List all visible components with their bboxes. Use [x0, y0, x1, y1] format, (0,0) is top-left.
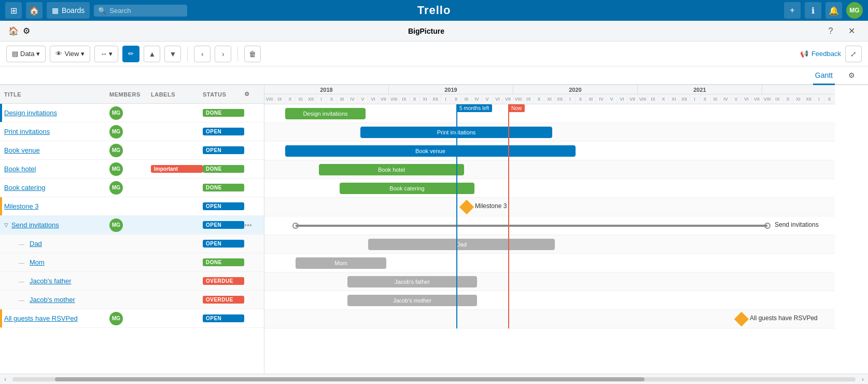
task-row[interactable]: Book cateringMGDONE	[0, 179, 264, 197]
data-button[interactable]: ▤ Data ▾	[6, 46, 46, 62]
up-button[interactable]: ▲	[144, 46, 160, 62]
gantt-bar[interactable]	[296, 225, 767, 227]
trello-logo: Trello	[417, 4, 451, 17]
gantt-years-row: 2018201920202021	[264, 85, 835, 94]
task-title[interactable]: Dad	[27, 240, 42, 248]
search-box[interactable]: 🔍	[94, 5, 187, 17]
task-row[interactable]: All guests have RSVPedMGOPEN	[0, 309, 264, 328]
gantt-month-cell: VII	[752, 94, 762, 104]
task-row[interactable]: Milestone 3OPEN	[0, 197, 264, 216]
tab-gantt[interactable]: Gantt	[813, 67, 835, 85]
task-title[interactable]: Book hotel	[4, 165, 36, 173]
task-title[interactable]: Jacob's father	[27, 277, 72, 285]
gantt-bar[interactable]: Book venue	[285, 145, 576, 157]
delete-button[interactable]: 🗑	[244, 46, 261, 62]
gantt-bar[interactable]: Book catering	[340, 183, 474, 194]
task-title[interactable]: Jacob's mother	[27, 296, 75, 304]
gantt-bar[interactable]: Book hotel	[319, 164, 464, 175]
plugin-header: 🏠 ⚙ BigPicture ? ✕	[0, 21, 868, 42]
gantt-month-cell: V	[731, 94, 741, 104]
draw-button[interactable]: ✏	[122, 46, 139, 62]
row-stripe	[0, 104, 2, 122]
avatar-button[interactable]: MG	[846, 2, 863, 19]
prev-button[interactable]: ‹	[194, 46, 211, 62]
task-row[interactable]: —DadOPEN	[0, 235, 264, 253]
down-button[interactable]: ▼	[164, 46, 181, 62]
task-list: TITLE MEMBERS LABELS STATUS ⚙ Design inv…	[0, 85, 264, 374]
task-row[interactable]: —Jacob's fatherOVERDUE	[0, 272, 264, 291]
gantt-bar[interactable]: Jacob's mother	[347, 295, 477, 306]
task-row[interactable]: Book hotelMGImportantDONE	[0, 160, 264, 179]
gantt-bar[interactable]: Dad	[368, 239, 555, 250]
task-title[interactable]: Print invitations	[4, 128, 50, 135]
add-button[interactable]: +	[784, 2, 801, 19]
task-row[interactable]: Design invitationsMGDONE	[0, 104, 264, 122]
task-row[interactable]: Book venueMGOPEN	[0, 141, 264, 160]
plugin-close-button[interactable]: ✕	[843, 23, 860, 39]
gantt-inner: 2018201920202021 VIIIIXXXIXIIIIIIIIIVVVI…	[264, 85, 835, 374]
expand-toggle[interactable]: ▽	[4, 222, 8, 228]
task-row[interactable]: —Jacob's motherOVERDUE	[0, 291, 264, 309]
gantt-month-cell: VI	[493, 94, 503, 104]
gantt-month-cell: XII	[804, 94, 814, 104]
gantt-month-cell: I	[814, 94, 824, 104]
plugin-home-icon[interactable]: 🏠	[8, 26, 19, 36]
task-title[interactable]: Book venue	[4, 146, 40, 154]
task-title[interactable]: Milestone 3	[4, 202, 38, 210]
task-title[interactable]: Mom	[27, 258, 45, 266]
gantt-month-cell: X	[783, 94, 793, 104]
gantt-month-cell: II	[451, 94, 461, 104]
view-button[interactable]: 👁 View ▾	[50, 46, 90, 62]
header-title: TITLE	[4, 91, 109, 98]
task-row[interactable]: ▽Send invitationsMGOPEN•••	[0, 216, 264, 235]
gantt-area[interactable]: 2018201920202021 VIIIIXXXIXIIIIIIIIIVVVI…	[264, 85, 868, 374]
task-list-header: TITLE MEMBERS LABELS STATUS ⚙	[0, 85, 264, 104]
gantt-month-cell: III	[337, 94, 347, 104]
feedback-button[interactable]: 📢 Feedback	[800, 50, 841, 58]
more-options-button[interactable]: •••	[244, 221, 260, 229]
plugin-help-button[interactable]: ?	[822, 23, 839, 39]
notification-button[interactable]: 🔔	[825, 2, 842, 19]
grid-icon-button[interactable]: ⊞	[5, 2, 22, 19]
tab-settings-icon[interactable]: ⚙	[843, 67, 860, 84]
home-button[interactable]: 🏠	[26, 2, 43, 19]
gantt-month-cell: IX	[399, 94, 410, 104]
scroll-right-icon[interactable]: ›	[858, 375, 868, 383]
gantt-month-cell: VI	[368, 94, 379, 104]
resize-button[interactable]: ↔ ▾	[94, 46, 118, 62]
task-row[interactable]: —MomDONE	[0, 253, 264, 272]
task-title[interactable]: Send invitations	[11, 221, 59, 229]
toolbar-separator-2	[237, 47, 238, 61]
plugin-settings-icon[interactable]: ⚙	[23, 26, 30, 36]
gantt-month-cell: V	[358, 94, 368, 104]
scroll-thumb[interactable]	[55, 377, 645, 381]
search-input[interactable]	[109, 7, 183, 15]
status-badge: OVERDUE	[203, 277, 244, 285]
boards-button[interactable]: ▦ Boards	[47, 2, 90, 19]
milestone-label: Milestone 3	[475, 202, 507, 210]
gantt-bar[interactable]: Mom	[296, 257, 386, 269]
gantt-bar[interactable]: Print invitations	[360, 127, 552, 138]
task-title[interactable]: All guests have RSVPed	[4, 314, 78, 322]
task-title[interactable]: Book catering	[4, 184, 46, 191]
scrollbar-area[interactable]: ‹ ›	[0, 374, 868, 384]
gantt-month-cell: IV	[721, 94, 731, 104]
gantt-month-cell: IV	[596, 94, 607, 104]
task-title[interactable]: Design invitations	[4, 109, 57, 117]
scroll-left-icon[interactable]: ‹	[0, 375, 10, 383]
task-row[interactable]: Print invitationsMGOPEN	[0, 122, 264, 141]
expand-button[interactable]: ⤢	[845, 46, 862, 62]
gantt-months-row: VIIIIXXXIXIIIIIIIIIVVVIVIIVIIIIXXXIXIIII…	[264, 94, 835, 104]
header-settings-icon[interactable]: ⚙	[244, 91, 260, 98]
gantt-month-cell: VI	[617, 94, 627, 104]
gantt-month-cell: V	[607, 94, 617, 104]
header-members: MEMBERS	[109, 91, 151, 98]
gantt-bar[interactable]: Jacob's father	[347, 276, 477, 287]
gantt-bar[interactable]: Design invitations	[285, 108, 366, 119]
info-button[interactable]: ℹ	[805, 2, 821, 19]
send-invitations-label: Send invitations	[775, 221, 819, 228]
next-button[interactable]: ›	[215, 46, 231, 62]
gantt-year-cell: 2018	[264, 85, 389, 94]
top-nav: ⊞ 🏠 ▦ Boards 🔍 Trello + ℹ 🔔 MG	[0, 0, 868, 21]
gantt-month-cell: XII	[430, 94, 441, 104]
